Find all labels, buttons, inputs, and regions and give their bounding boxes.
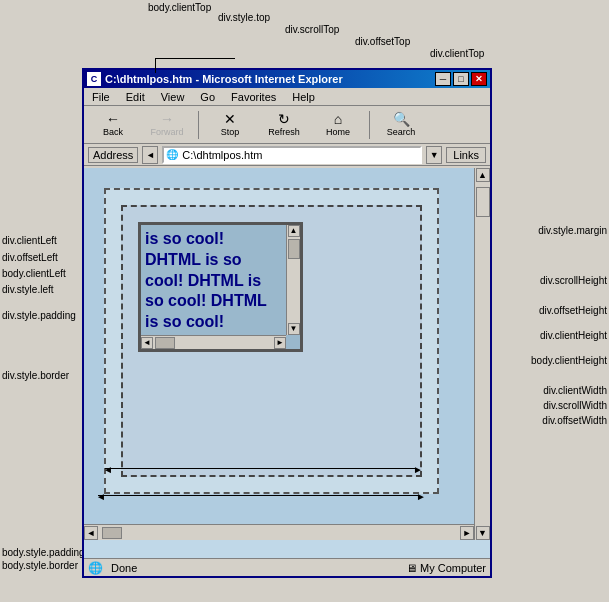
search-icon: 🔍 [393, 112, 410, 126]
body-offset-width-line [98, 495, 418, 496]
menu-view[interactable]: View [157, 90, 189, 104]
line-body-client-top [155, 58, 235, 59]
scroll-right-btn[interactable]: ► [460, 526, 474, 540]
body-client-width-arrow-left: ◄ [103, 464, 113, 475]
div-client-width-annotation: div.clientWidth [543, 385, 607, 396]
page-icon: 🌐 [166, 149, 178, 160]
scroll-div-thumb-right[interactable] [288, 239, 300, 259]
back-label: Back [103, 127, 123, 137]
div-offset-left-annotation: div.offsetLeft [2, 252, 58, 263]
scroll-thumb-right[interactable] [476, 187, 490, 217]
browser-scrollbar-right: ▲ ▼ [474, 168, 490, 540]
address-dropdown-arrow[interactable]: ▼ [426, 146, 442, 164]
menu-bar: File Edit View Go Favorites Help e [84, 88, 490, 106]
scroll-div-content: is so cool! DHTML is so cool! DHTML is s… [141, 225, 300, 352]
div-client-top-annotation: div.clientTop [430, 48, 484, 59]
home-label: Home [326, 127, 350, 137]
home-icon: ⌂ [334, 112, 342, 126]
window-title: C:\dhtmlpos.htm - Microsoft Internet Exp… [105, 73, 343, 85]
address-value: C:\dhtmlpos.htm [182, 149, 262, 161]
forward-label: Forward [150, 127, 183, 137]
scroll-div-right-btn[interactable]: ► [274, 337, 286, 349]
menu-favorites[interactable]: Favorites [227, 90, 280, 104]
menu-help[interactable]: Help [288, 90, 319, 104]
address-left-arrow[interactable]: ◄ [142, 146, 158, 164]
menu-file[interactable]: File [88, 90, 114, 104]
div-scroll-height-annotation: div.scrollHeight [540, 275, 607, 286]
div-offset-height-annotation: div.offsetHeight [539, 305, 607, 316]
div-client-left-annotation: div.clientLeft [2, 235, 57, 246]
toolbar: ← Back → Forward ✕ Stop ↻ Refresh ⌂ Home… [84, 106, 490, 144]
stop-icon: ✕ [224, 112, 236, 126]
tick-body-client-top [155, 58, 156, 73]
div-scroll-width-annotation: div.scrollWidth [543, 400, 607, 411]
scroll-div-track-right [288, 237, 300, 323]
div-style-border-annotation: div.style.border [2, 370, 69, 381]
div-style-left-annotation: div.style.left [2, 284, 54, 295]
toolbar-separator-2 [369, 111, 370, 139]
title-bar-icon: C [87, 72, 101, 86]
back-icon: ← [106, 112, 120, 126]
scroll-div-down-btn[interactable]: ▼ [288, 323, 300, 335]
div-style-padding-annotation: div.style.padding [2, 310, 76, 321]
status-zone-icon: 🖥 [406, 562, 417, 574]
stop-label: Stop [221, 127, 240, 137]
div-style-margin-annotation: div.style.margin [538, 225, 607, 236]
forward-icon: → [160, 112, 174, 126]
browser-window: C C:\dhtmlpos.htm - Microsoft Internet E… [82, 68, 492, 578]
menu-edit[interactable]: Edit [122, 90, 149, 104]
scroll-div-up-btn[interactable]: ▲ [288, 225, 300, 237]
status-zone: 🖥 My Computer [406, 562, 486, 574]
outer-dashed-div: ▲ ▼ ◄ [104, 188, 439, 494]
scroll-div-left-btn[interactable]: ◄ [141, 337, 153, 349]
status-page-icon: 🌐 [88, 561, 103, 575]
body-client-top-annotation: body.clientTop [148, 2, 211, 13]
address-label: Address [88, 147, 138, 163]
forward-button[interactable]: → Forward [142, 108, 192, 142]
search-button[interactable]: 🔍 Search [376, 108, 426, 142]
body-offset-width-arrow-left: ◄ [96, 491, 106, 502]
scroll-down-btn[interactable]: ▼ [476, 526, 490, 540]
refresh-button[interactable]: ↻ Refresh [259, 108, 309, 142]
div-scroll-top-annotation: div.scrollTop [285, 24, 339, 35]
scroll-track-bottom [98, 526, 460, 540]
status-text: Done [111, 562, 398, 574]
body-style-border-annotation: body.style.border [2, 560, 78, 571]
search-label: Search [387, 127, 416, 137]
div-style-top-annotation: div.style.top [218, 12, 270, 23]
body-client-height-annotation: body.clientHeight [531, 355, 607, 366]
scroll-div-track-bottom [153, 337, 274, 349]
body-offset-width-arrow-right: ► [416, 491, 426, 502]
status-zone-text: My Computer [420, 562, 486, 574]
div-client-height-annotation: div.clientHeight [540, 330, 607, 341]
div-offset-width-annotation: div.offsetWidth [542, 415, 607, 426]
stop-button[interactable]: ✕ Stop [205, 108, 255, 142]
scroll-left-btn[interactable]: ◄ [84, 526, 98, 540]
body-style-padding-annotation: body.style.padding [2, 547, 85, 558]
refresh-label: Refresh [268, 127, 300, 137]
toolbar-separator-1 [198, 111, 199, 139]
maximize-button[interactable]: □ [453, 72, 469, 86]
scroll-div-thumb-bottom[interactable] [155, 337, 175, 349]
body-client-width-line [105, 468, 415, 469]
close-button[interactable]: ✕ [471, 72, 487, 86]
minimize-button[interactable]: ─ [435, 72, 451, 86]
scroll-div-scrollbar-right: ▲ ▼ [286, 225, 300, 335]
scroll-div[interactable]: ▲ ▼ ◄ [138, 222, 303, 352]
status-bar: 🌐 Done 🖥 My Computer [84, 558, 490, 576]
inner-dashed-div: ▲ ▼ ◄ [121, 205, 422, 477]
scroll-track-right [476, 182, 490, 526]
body-client-left-annotation: body.clientLeft [2, 268, 66, 279]
address-input[interactable]: 🌐 C:\dhtmlpos.htm [162, 146, 422, 164]
div-offset-top-annotation: div.offsetTop [355, 36, 410, 47]
links-button[interactable]: Links [446, 147, 486, 163]
home-button[interactable]: ⌂ Home [313, 108, 363, 142]
scroll-thumb-bottom[interactable] [102, 527, 122, 539]
body-client-width-arrow-right: ► [413, 464, 423, 475]
menu-go[interactable]: Go [196, 90, 219, 104]
scroll-div-scrollbar-bottom: ◄ ► [141, 335, 286, 349]
content-area: ▲ ▼ ◄ [84, 168, 490, 558]
back-button[interactable]: ← Back [88, 108, 138, 142]
scroll-up-btn[interactable]: ▲ [476, 168, 490, 182]
refresh-icon: ↻ [278, 112, 290, 126]
